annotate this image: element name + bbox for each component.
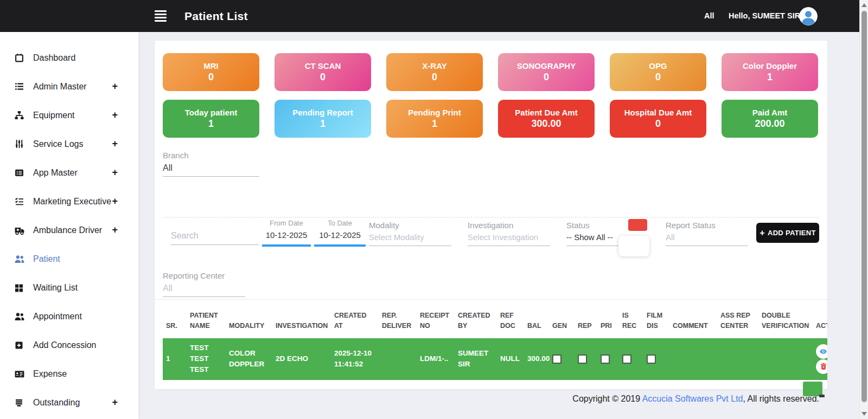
- from-date-value[interactable]: 10-12-2025: [262, 230, 311, 247]
- sidebar-item-outstanding[interactable]: Outstanding +: [0, 388, 138, 417]
- expand-plus-icon[interactable]: +: [112, 167, 118, 178]
- stat-card-label: Patient Due Amt: [515, 108, 577, 117]
- stat-card-value: 200.00: [755, 118, 784, 130]
- is-rec-checkbox[interactable]: [622, 354, 631, 364]
- sidebar-item-ambulance-driver[interactable]: Ambulance Driver +: [0, 216, 138, 244]
- investigation-value[interactable]: Select Investigation: [468, 233, 550, 246]
- search-input[interactable]: [171, 218, 259, 245]
- sidebar-item-label: Add Concession: [33, 340, 97, 350]
- branch-label: Branch: [163, 151, 259, 160]
- sidebar-item-add-concession[interactable]: Add Concession: [0, 331, 138, 359]
- expand-plus-icon[interactable]: +: [112, 397, 118, 408]
- expand-plus-icon[interactable]: +: [112, 138, 118, 150]
- expand-plus-icon[interactable]: +: [112, 81, 118, 92]
- cell-rep-deliver: [379, 338, 417, 380]
- report-status-select[interactable]: Report Status All: [666, 218, 748, 246]
- col-is-rec: IS REC: [619, 300, 643, 338]
- film-dis-checkbox[interactable]: [647, 354, 656, 364]
- col-action: ACTION: [813, 300, 827, 338]
- user-avatar-icon[interactable]: [799, 7, 818, 25]
- sidebar-item-label: Marketing Executive: [33, 197, 111, 207]
- col-investigation: INVESTIGATION: [272, 300, 331, 338]
- stat-card-label: Pending Print: [408, 108, 461, 117]
- search-field[interactable]: [171, 218, 259, 245]
- trash-icon: [820, 363, 827, 370]
- cell-modality: COLOR DOPPLER: [226, 338, 272, 380]
- expand-plus-icon[interactable]: +: [112, 196, 118, 207]
- scroll-down-icon[interactable]: [861, 412, 867, 416]
- stat-card-color-doppler: Color Doppler1: [722, 53, 818, 91]
- stat-card-label: MRI: [203, 61, 219, 70]
- stat-card-opg: OPG0: [610, 53, 706, 91]
- sidebar-item-expense[interactable]: Expense: [0, 359, 138, 388]
- reporting-center-select[interactable]: Reporting Center All: [163, 271, 245, 297]
- page-title: Patient List: [184, 0, 248, 32]
- add-patient-button[interactable]: + ADD PATIENT: [756, 223, 819, 243]
- report-status-value[interactable]: All: [666, 233, 748, 246]
- sidebar-item-marketing-executive[interactable]: Marketing Executive +: [0, 187, 138, 216]
- modality-select[interactable]: Modality Select Modality: [369, 218, 451, 246]
- expand-plus-icon[interactable]: +: [112, 224, 118, 236]
- topbar: Patient List All Hello, SUMEET SIR: [0, 0, 859, 32]
- stat-card-value: 1: [767, 72, 773, 83]
- modality-label: Modality: [369, 218, 451, 230]
- sidebar-item-admin-master[interactable]: Admin Master +: [0, 72, 138, 101]
- sidebar-item-label: Expense: [33, 369, 67, 379]
- pagination-current-page-button[interactable]: [803, 382, 822, 396]
- status-dropdown-popup[interactable]: [618, 236, 649, 256]
- sidebar-item-service-logs[interactable]: Service Logs +: [0, 130, 138, 158]
- cell-receipt-no: LDM/1-..: [417, 338, 455, 380]
- modality-value[interactable]: Select Modality: [369, 233, 451, 246]
- ambulance-icon: [15, 225, 24, 235]
- patient-table-wrap: SR. PATIENT NAME MODALITY INVESTIGATION …: [163, 300, 827, 380]
- cell-rep: [575, 338, 597, 380]
- stat-card-hospital-due-amt: Hospital Due Amt0: [610, 100, 706, 138]
- pri-checkbox[interactable]: [601, 354, 610, 364]
- topbar-branch-all[interactable]: All: [704, 0, 714, 32]
- stat-card-value: 0: [320, 72, 326, 83]
- sidebar-item-label: App Master: [33, 168, 78, 178]
- stat-card-value: 0: [432, 72, 437, 83]
- delete-trash-button[interactable]: [816, 359, 827, 374]
- col-double-verification: DOUBLE VERIFICATION: [758, 300, 813, 338]
- sidebar-item-app-master[interactable]: App Master +: [0, 158, 138, 187]
- sitemap-icon: [15, 111, 24, 120]
- hamburger-menu-icon[interactable]: [155, 9, 168, 22]
- stat-card-label: Color Doppler: [743, 61, 797, 70]
- scrollbar-thumb[interactable]: [861, 11, 867, 402]
- branch-select[interactable]: Branch All: [163, 151, 259, 177]
- cell-sr: 1: [163, 338, 187, 380]
- user-greeting: Hello, SUMEET SIR: [729, 0, 800, 32]
- to-date-field[interactable]: To Date 10-12-2025: [314, 218, 366, 247]
- sidebar-item-label: Admin Master: [33, 82, 87, 92]
- sidebar-item-dashboard[interactable]: Dashboard: [0, 43, 138, 72]
- rep-checkbox[interactable]: [578, 354, 587, 364]
- gen-checkbox[interactable]: [552, 354, 561, 364]
- to-date-value[interactable]: 10-12-2025: [314, 230, 366, 247]
- cell-pri: [597, 338, 619, 380]
- reporting-center-value[interactable]: All: [163, 283, 245, 297]
- stat-card-value: 1: [208, 118, 214, 130]
- sidebar-item-equipment[interactable]: Equipment +: [0, 101, 138, 130]
- scroll-up-icon[interactable]: [861, 3, 867, 7]
- sidebar-item-patient[interactable]: Patient: [0, 244, 138, 273]
- table-header-row: SR. PATIENT NAME MODALITY INVESTIGATION …: [163, 300, 827, 338]
- sidebar-item-label: Equipment: [33, 111, 75, 120]
- branch-value[interactable]: All: [163, 163, 259, 177]
- footer-company-link[interactable]: Accucia Softwares Pvt Ltd: [642, 394, 743, 403]
- stat-card-label: Today patient: [185, 108, 237, 117]
- col-bal: BAL: [524, 300, 549, 338]
- expand-plus-icon[interactable]: +: [112, 109, 118, 121]
- cell-bal: 300.00: [524, 338, 549, 380]
- col-gen: GEN: [549, 300, 575, 338]
- investigation-select[interactable]: Investigation Select Investigation: [468, 218, 550, 246]
- page-scrollbar[interactable]: [859, 0, 868, 419]
- from-date-field[interactable]: From Date 10-12-2025: [262, 218, 311, 247]
- view-eye-button[interactable]: [816, 344, 827, 359]
- sidebar-item-waiting-list[interactable]: Waiting List: [0, 273, 138, 302]
- plus-icon: +: [760, 228, 765, 238]
- stat-card-pending-report: Pending Report1: [275, 100, 371, 138]
- status-select[interactable]: Status -- Show All --: [566, 218, 649, 246]
- filter-row: From Date 10-12-2025 To Date 10-12-2025 …: [163, 217, 819, 255]
- sidebar-item-appointment[interactable]: Appointment: [0, 302, 138, 331]
